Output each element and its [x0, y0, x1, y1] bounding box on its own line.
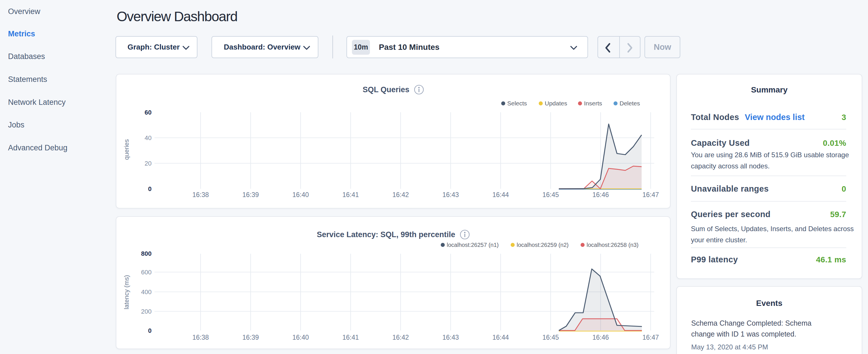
svg-text:0: 0 [148, 185, 152, 192]
svg-text:queries: queries [123, 139, 130, 160]
svg-text:16:46: 16:46 [592, 191, 609, 198]
svg-text:localhost:26259 (n2): localhost:26259 (n2) [517, 242, 568, 248]
svg-text:16:47: 16:47 [643, 191, 659, 198]
svg-text:16:39: 16:39 [242, 334, 259, 341]
svg-text:16:38: 16:38 [192, 334, 209, 341]
svg-text:16:47: 16:47 [643, 334, 659, 341]
svg-text:16:39: 16:39 [242, 191, 259, 198]
svg-text:400: 400 [141, 288, 152, 296]
svg-text:40: 40 [145, 134, 152, 141]
svg-text:16:42: 16:42 [392, 191, 409, 198]
svg-text:Selects: Selects [507, 100, 527, 106]
svg-text:16:42: 16:42 [392, 334, 409, 341]
svg-text:20: 20 [145, 160, 152, 167]
svg-text:Deletes: Deletes [620, 100, 640, 106]
svg-text:60: 60 [145, 109, 152, 116]
svg-text:Updates: Updates [545, 100, 567, 106]
svg-text:16:38: 16:38 [192, 191, 209, 198]
svg-text:16:44: 16:44 [492, 334, 509, 341]
svg-text:800: 800 [141, 250, 152, 257]
svg-text:16:43: 16:43 [442, 334, 459, 341]
svg-text:16:46: 16:46 [592, 334, 609, 341]
svg-text:localhost:26258 (n3): localhost:26258 (n3) [587, 242, 639, 248]
svg-text:latency (ms): latency (ms) [123, 275, 130, 309]
svg-text:localhost:26257 (n1): localhost:26257 (n1) [447, 242, 499, 248]
svg-text:16:43: 16:43 [442, 191, 459, 198]
svg-text:600: 600 [141, 269, 152, 276]
svg-text:Inserts: Inserts [584, 100, 602, 106]
svg-text:16:40: 16:40 [292, 334, 309, 341]
svg-text:16:45: 16:45 [542, 334, 559, 341]
svg-text:16:44: 16:44 [492, 191, 509, 198]
svg-text:16:41: 16:41 [342, 191, 359, 198]
svg-text:16:45: 16:45 [542, 191, 559, 198]
svg-text:0: 0 [148, 327, 152, 334]
svg-text:16:41: 16:41 [342, 334, 359, 341]
svg-text:16:40: 16:40 [292, 191, 309, 198]
svg-text:200: 200 [141, 308, 152, 315]
